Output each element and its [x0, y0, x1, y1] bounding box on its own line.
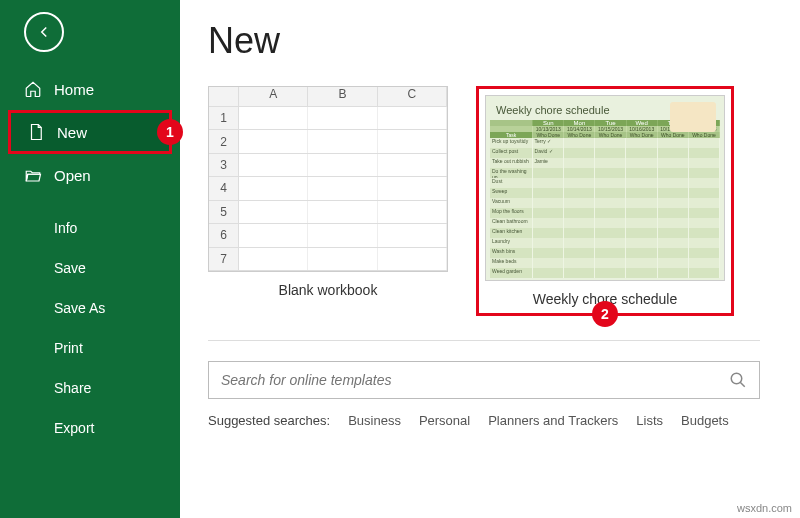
chore-task-rows: Pick up toys/tidyTerry ✓Collect postDavi…: [490, 138, 720, 278]
chore-task-row: Take out rubbishJamie: [490, 158, 720, 168]
chore-task-row: Vacuum: [490, 198, 720, 208]
sidebar-item-new[interactable]: New: [11, 113, 169, 151]
separator: [208, 340, 760, 341]
callout-badge-2: 2: [592, 301, 618, 327]
svg-point-0: [731, 373, 742, 384]
document-icon: [27, 123, 45, 141]
chore-task-row: Clean bathroom: [490, 218, 720, 228]
page-title: New: [208, 20, 796, 62]
sidebar-sub-info[interactable]: Info: [0, 210, 180, 246]
chore-task-row: Collect postDavid ✓: [490, 148, 720, 158]
callout-badge-1: 1: [157, 119, 183, 145]
chore-task-row: Dust: [490, 178, 720, 188]
template-blank-workbook[interactable]: A B C 1 2 3 4 5 6 7 Blank workbook: [208, 86, 448, 316]
col-header: C: [378, 87, 447, 106]
chore-task-row: Pick up toys/tidyTerry ✓: [490, 138, 720, 148]
chore-task-row: Wash bins: [490, 248, 720, 258]
highlight-new: New 1: [8, 110, 172, 154]
suggested-link-budgets[interactable]: Budgets: [681, 413, 729, 428]
chore-task-row: Weed garden: [490, 268, 720, 278]
chore-task-row: Make beds: [490, 258, 720, 268]
suggested-link-personal[interactable]: Personal: [419, 413, 470, 428]
suggested-label: Suggested searches:: [208, 413, 330, 428]
chore-task-row: Mop the floors: [490, 208, 720, 218]
chore-task-row: Clean kitchen: [490, 228, 720, 238]
col-header: A: [239, 87, 308, 106]
folder-open-icon: [24, 166, 42, 184]
sidebar-sub-saveas[interactable]: Save As: [0, 290, 180, 326]
template-search-box[interactable]: [208, 361, 760, 399]
chore-task-row: Laundry: [490, 238, 720, 248]
suggested-link-planners[interactable]: Planners and Trackers: [488, 413, 618, 428]
arrow-left-icon: [35, 23, 53, 41]
suggested-link-business[interactable]: Business: [348, 413, 401, 428]
sidebar-item-label: New: [57, 124, 87, 141]
col-header: B: [308, 87, 377, 106]
suggested-link-lists[interactable]: Lists: [636, 413, 663, 428]
sidebar-item-label: Open: [54, 167, 91, 184]
home-icon: [24, 80, 42, 98]
main-content: New A B C 1 2 3 4 5 6 7 Blank workbook: [180, 0, 800, 518]
suggested-searches: Suggested searches: Business Personal Pl…: [208, 413, 796, 428]
watermark: wsxdn.com: [737, 502, 792, 514]
chore-illustration: [670, 102, 716, 132]
chore-task-row: Sweep: [490, 188, 720, 198]
template-search-input[interactable]: [221, 372, 729, 388]
sidebar-sub-save[interactable]: Save: [0, 250, 180, 286]
chore-task-row: Do the washing up: [490, 168, 720, 178]
template-thumbnail-chore: Weekly chore schedule Sun Mon Tue Wed Th…: [485, 95, 725, 281]
sidebar-sub-print[interactable]: Print: [0, 330, 180, 366]
template-thumbnail-blank: A B C 1 2 3 4 5 6 7: [208, 86, 448, 272]
sidebar-item-open[interactable]: Open: [0, 156, 180, 194]
template-label: Blank workbook: [279, 282, 378, 298]
template-gallery: A B C 1 2 3 4 5 6 7 Blank workbook Weekl…: [208, 86, 796, 316]
highlight-chore: Weekly chore schedule Sun Mon Tue Wed Th…: [476, 86, 734, 316]
sidebar-item-home[interactable]: Home: [0, 70, 180, 108]
search-icon[interactable]: [729, 371, 747, 389]
sidebar-item-label: Home: [54, 81, 94, 98]
back-button[interactable]: [24, 12, 64, 52]
sidebar-sub-export[interactable]: Export: [0, 410, 180, 446]
sidebar-sub-share[interactable]: Share: [0, 370, 180, 406]
template-weekly-chore[interactable]: Weekly chore schedule Sun Mon Tue Wed Th…: [485, 95, 725, 307]
backstage-sidebar: Home New 1 Open Info Save Save As Print …: [0, 0, 180, 518]
